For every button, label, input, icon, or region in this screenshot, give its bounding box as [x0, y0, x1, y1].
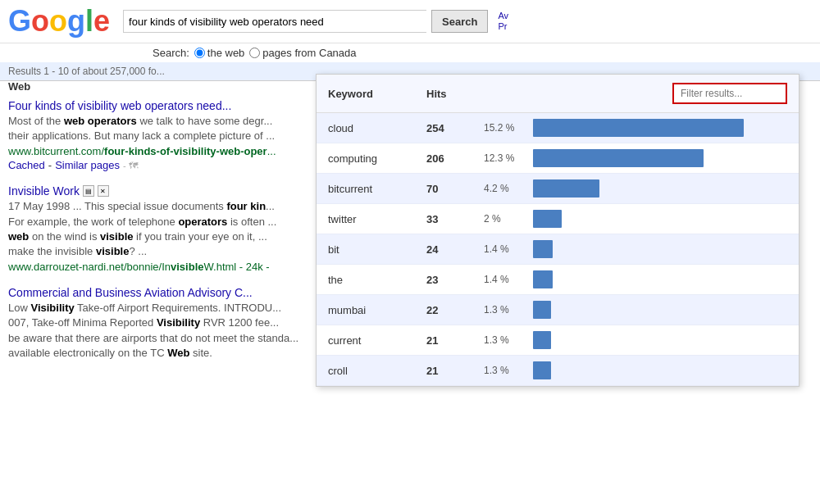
bar-container-3	[533, 210, 787, 228]
radio-web[interactable]	[194, 48, 205, 58]
keyword-row-8: croll 21 1.3 %	[317, 356, 799, 386]
bar-container-8	[533, 361, 787, 379]
invisible-work-header: Invisible Work ▤ ✕	[8, 184, 303, 198]
hits-5: 23	[426, 274, 484, 286]
left-panel: Web Four kinds of visibility web operato…	[0, 74, 312, 380]
radio-canada[interactable]	[249, 48, 260, 58]
result-url-2: www.darrouzet-nardi.net/bonnie/Invisible…	[8, 261, 303, 273]
pct-5: 1.4 %	[484, 274, 533, 285]
keyword-row-3: twitter 33 2 %	[317, 204, 799, 234]
result-meta-1: Cached - Similar pages - 🗺	[8, 159, 303, 171]
search-button[interactable]: Search	[431, 10, 488, 33]
bar-1	[533, 149, 704, 167]
pct-2: 4.2 %	[484, 183, 533, 194]
hits-6: 22	[426, 304, 484, 316]
search-input[interactable]	[123, 10, 426, 33]
hits-7: 21	[426, 334, 484, 347]
keyword-panel-header: Keyword Hits	[317, 75, 799, 113]
bar-6	[533, 301, 551, 319]
result-item-3: Commercial and Business Aviation Advisor…	[8, 286, 303, 361]
bar-8	[533, 361, 551, 379]
keyword-row-4: bit 24 1.4 %	[317, 234, 799, 265]
keyword-1: computing	[328, 152, 426, 165]
keyword-row-5: the 23 1.4 %	[317, 265, 799, 295]
bar-2	[533, 179, 599, 198]
bar-container-1	[533, 149, 787, 167]
keyword-rows: cloud 254 15.2 % computing 206 12.3 % bi…	[317, 113, 799, 386]
pct-3: 2 %	[484, 213, 533, 225]
bar-container-6	[533, 301, 787, 319]
keyword-row-0: cloud 254 15.2 %	[317, 113, 799, 143]
filter-input[interactable]	[672, 83, 787, 104]
result-item-1: Four kinds of visibility web operators n…	[8, 99, 303, 171]
hits-8: 21	[426, 365, 484, 377]
keyword-3: twitter	[328, 213, 426, 225]
result-snippet-1: Most of the web operators we talk to hav…	[8, 114, 303, 143]
keyword-2: bitcurrent	[328, 183, 426, 195]
keyword-8: croll	[328, 365, 426, 377]
bar-7	[533, 331, 551, 349]
keyword-row-6: mumbai 22 1.3 %	[317, 295, 799, 325]
result-item-2: Invisible Work ▤ ✕ 17 May 1998 ... This …	[8, 184, 303, 273]
radio-canada-label[interactable]: pages from Canada	[249, 47, 356, 59]
result-url-1: www.bitcurrent.com/four-kinds-of-visibil…	[8, 145, 303, 157]
keyword-row-1: computing 206 12.3 %	[317, 143, 799, 174]
result-title-2[interactable]: Invisible Work	[8, 184, 80, 198]
bar-container-7	[533, 331, 787, 349]
hits-3: 33	[426, 213, 484, 225]
keyword-row-2: bitcurrent 70 4.2 %	[317, 174, 799, 204]
pct-1: 12.3 %	[484, 152, 533, 164]
bar-5	[533, 270, 553, 288]
cached-link-1[interactable]: Cached	[8, 159, 45, 171]
sep-1: -	[48, 159, 52, 171]
bookmark-icon[interactable]: ▤	[83, 185, 94, 197]
hits-1: 206	[426, 152, 484, 165]
radio-web-label[interactable]: the web	[194, 47, 245, 59]
bar-3	[533, 210, 562, 228]
keyword-4: bit	[328, 243, 426, 256]
keyword-row-7: current 21 1.3 %	[317, 325, 799, 356]
map-icon-1: - 🗺	[123, 161, 138, 170]
header: Google Search Av Pr	[0, 0, 820, 43]
hits-4: 24	[426, 243, 484, 256]
search-options: Search: the web pages from Canada	[0, 43, 820, 62]
result-title-1[interactable]: Four kinds of visibility web operators n…	[8, 99, 231, 112]
search-bar: Search Av Pr	[123, 10, 508, 33]
keyword-7: current	[328, 334, 426, 347]
bar-container-5	[533, 270, 787, 288]
remove-icon[interactable]: ✕	[98, 185, 109, 197]
col-keyword-header: Keyword	[328, 88, 426, 100]
google-logo: Google	[8, 7, 110, 36]
result-snippet-2: 17 May 1998 ... This special issue docum…	[8, 199, 303, 259]
col-hits-header: Hits	[426, 88, 484, 100]
result-snippet-3: Low Visibility Take-off Airport Requirem…	[8, 301, 303, 361]
result-title-3[interactable]: Commercial and Business Aviation Advisor…	[8, 286, 253, 299]
advanced-link[interactable]: Av	[498, 11, 508, 21]
keyword-5: the	[328, 274, 426, 286]
bar-container-0	[533, 119, 787, 137]
prefs-link[interactable]: Pr	[498, 21, 508, 32]
pct-6: 1.3 %	[484, 304, 533, 316]
similar-link-1[interactable]: Similar pages	[55, 159, 120, 171]
radio-canada-text: pages from Canada	[262, 47, 356, 59]
pct-7: 1.3 %	[484, 334, 533, 346]
bar-0	[533, 119, 744, 137]
hits-2: 70	[426, 183, 484, 195]
keyword-0: cloud	[328, 122, 426, 134]
hits-0: 254	[426, 122, 484, 134]
search-label: Search:	[153, 47, 189, 59]
bar-container-2	[533, 179, 787, 198]
keyword-6: mumbai	[328, 304, 426, 316]
pct-4: 1.4 %	[484, 243, 533, 255]
radio-web-text: the web	[207, 47, 245, 59]
section-title: Web	[8, 80, 303, 93]
bar-container-4	[533, 240, 787, 258]
pct-0: 15.2 %	[484, 122, 533, 134]
pct-8: 1.3 %	[484, 365, 533, 376]
keyword-panel: Keyword Hits cloud 254 15.2 % computing …	[316, 74, 800, 387]
bar-4	[533, 240, 553, 258]
